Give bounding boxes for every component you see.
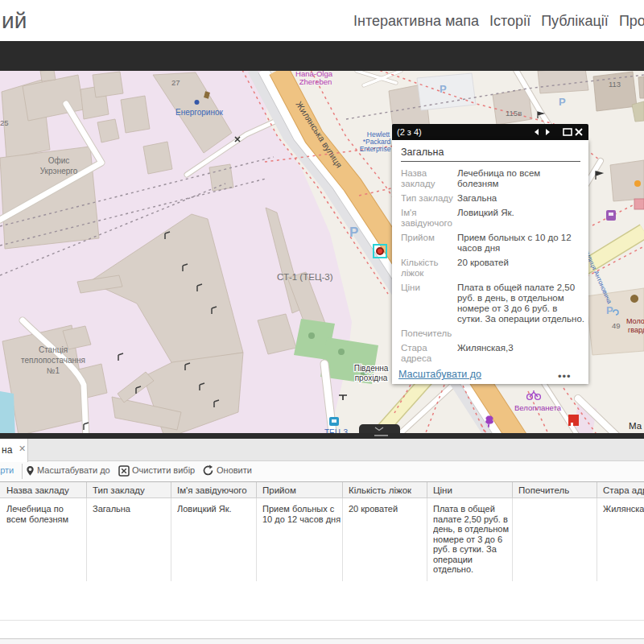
svg-text:Молода: Молода: [626, 317, 644, 325]
svg-text:Енергоринок: Енергоринок: [175, 108, 224, 117]
svg-text:115в: 115в: [506, 109, 522, 118]
svg-text:Ма: Ма: [629, 421, 642, 431]
svg-text:№1: №1: [47, 366, 60, 375]
svg-text:Велопланета: Велопланета: [514, 403, 562, 412]
svg-text:теплопостачання: теплопостачання: [21, 356, 85, 365]
svg-text:P: P: [606, 304, 613, 316]
svg-text:гвардія: гвардія: [628, 326, 644, 334]
svg-text:СТ-1 (ТЕЦ-3): СТ-1 (ТЕЦ-3): [277, 272, 333, 282]
svg-text:Zhereben: Zhereben: [299, 77, 332, 86]
svg-text:27: 27: [171, 78, 180, 87]
svg-text:Станція: Станція: [39, 345, 68, 354]
svg-text:Південна: Південна: [354, 364, 389, 373]
svg-text:P: P: [440, 83, 447, 95]
svg-text:25: 25: [0, 118, 9, 127]
svg-text:49: 49: [612, 321, 621, 330]
svg-text:P: P: [349, 225, 358, 240]
svg-text:113: 113: [609, 80, 621, 89]
svg-text:Офис: Офис: [48, 156, 70, 165]
svg-text:прохідна: прохідна: [355, 374, 388, 382]
svg-text:Укрэнерго: Укрэнерго: [40, 167, 78, 175]
svg-text:Enterprise: Enterprise: [360, 145, 391, 153]
svg-text:P: P: [559, 96, 566, 108]
